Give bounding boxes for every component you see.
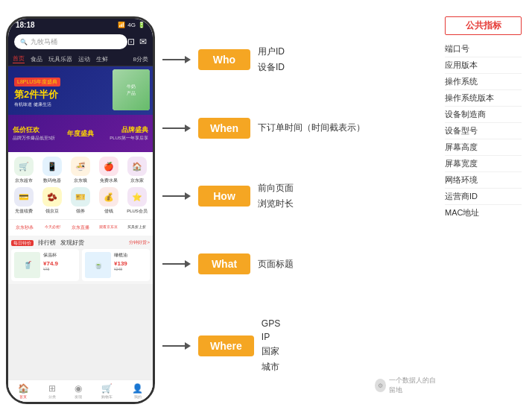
nav-sport[interactable]: 运动 (78, 55, 90, 63)
category-nav-label: 分类 (48, 394, 56, 399)
bottom-nav-category[interactable]: ⊞ 分类 (48, 383, 56, 399)
search-icon: 🔍 (20, 39, 28, 45)
who-desc-2: 设备ID (258, 61, 285, 74)
when-arrow-head (185, 125, 191, 132)
product-old-price-2: ¥248 (114, 267, 147, 271)
who-arrow-head (185, 56, 191, 63)
when-desc-1: 下订单时间（时间截表示） (258, 122, 365, 134)
icon-digital[interactable]: 📱 数码电器 (39, 157, 65, 184)
icon-recharge[interactable]: 💳 充值续费 (11, 187, 37, 215)
product-info-1: 保温杯 ¥74.9 ¥78 (43, 252, 76, 278)
sb-sub1: 品牌万件爆品低至5折 (13, 135, 56, 142)
home-icon: 🏠 (127, 157, 147, 176)
home-nav-label: 首页 (19, 394, 27, 399)
how-arrow-head (185, 192, 191, 200)
where-desc: GPS IP 国家 城市 (262, 318, 280, 374)
more-text[interactable]: 分钟好货> (129, 239, 150, 246)
section-live[interactable]: 京东直播 (67, 223, 94, 233)
nav-fresh[interactable]: 生鲜 (96, 55, 108, 63)
phone-screen: 18:18 📶 4G 🔋 🔍 九牧马桶 ⊡ ✉ (8, 19, 153, 402)
loan-label: 借钱 (104, 208, 113, 215)
where-arrow (162, 342, 191, 350)
cart-nav-icon: 🛒 (101, 383, 113, 394)
section-seckill[interactable]: 京东秒杀 (11, 223, 38, 233)
product-card-1[interactable]: 🥤 保温杯 ¥74.9 ¥78 (11, 249, 79, 281)
section-today[interactable]: 今天必抢! (39, 223, 66, 233)
where-desc-3: 国家 (262, 345, 280, 358)
panel-item-device-model: 设备型号 (445, 123, 522, 139)
recharge-label: 充值续费 (15, 208, 33, 215)
digital-label: 数码电器 (43, 177, 61, 184)
icon-coupon[interactable]: 🎫 领券 (68, 187, 93, 215)
where-arrow-head (185, 342, 191, 350)
how-desc-1: 前向页面 (258, 182, 294, 195)
supermarket-icon: 🛒 (14, 157, 34, 176)
icon-fruit[interactable]: 🍎 免费水果 (96, 157, 121, 184)
watermark-icon: ⚙ (375, 379, 386, 392)
nav-home[interactable]: 首页 (13, 54, 25, 63)
message-icon[interactable]: ✉ (139, 37, 147, 47)
panel-title: 公共指标 (445, 16, 522, 35)
sb-right: 品牌盛典 (105, 125, 148, 135)
sb-left: 低价狂欢 (13, 125, 56, 135)
how-tag: How (198, 186, 250, 207)
status-icons: 📶 4G 🔋 (118, 22, 145, 28)
product-card-2[interactable]: 🍵 橄榄油 ¥139 ¥248 (82, 249, 150, 281)
bottom-nav-mine[interactable]: 👤 我的 (132, 383, 143, 399)
recharge-icon: 💳 (14, 187, 34, 207)
panel-item-network: 网络环境 (445, 172, 522, 189)
what-arrow (162, 260, 191, 268)
where-row: Where GPS IP 国家 城市 (162, 318, 440, 374)
icon-grid: 🛒 京东超市 📱 数码电器 🍜 京东饿 🍎 免费水果 🏠 京东家 (8, 152, 153, 219)
product-header: 每日特价 排行榜 发现好货 分钟好货> (11, 239, 150, 247)
main-container: 18:18 📶 4G 🔋 🔍 九牧马桶 ⊡ ✉ (0, 0, 532, 419)
icon-home[interactable]: 🏠 京东家 (124, 157, 150, 184)
home-label: 京东家 (130, 177, 144, 184)
when-arrow (162, 125, 191, 132)
bottom-nav-cart[interactable]: 🛒 购物车 (101, 383, 113, 399)
nav-food[interactable]: 食品 (31, 55, 42, 63)
bottom-nav-discover[interactable]: ◉ 发现 (75, 383, 82, 399)
cart-nav-label: 购物车 (101, 394, 113, 399)
search-bar[interactable]: 🔍 九牧马桶 (14, 34, 127, 49)
how-arrow (162, 192, 191, 200)
what-row: What 页面标题 (162, 253, 440, 274)
how-desc: 前向页面 浏览时长 (258, 182, 294, 210)
scan-icon[interactable]: ⊡ (127, 37, 135, 47)
signal-icon: 📶 (118, 22, 125, 28)
when-row: When 下订单时间（时间截表示） (162, 118, 440, 139)
who-row: Who 用户ID 设备ID (162, 45, 440, 74)
phone-nav: 首页 食品 玩具乐器 运动 生鲜 8分类 (8, 52, 153, 66)
icon-food[interactable]: 🍜 京东饿 (68, 157, 93, 184)
icon-loan[interactable]: 💰 借钱 (96, 187, 121, 215)
panel-item-screen-height: 屏幕高度 (445, 139, 522, 156)
icon-supermarket[interactable]: 🛒 京东超市 (11, 157, 37, 184)
icon-bean[interactable]: 🫘 领京豆 (39, 187, 65, 215)
icon-plus[interactable]: ⭐ PLUS会员 (124, 187, 150, 215)
digital-icon: 📱 (42, 157, 62, 176)
nav-toys[interactable]: 玩具乐器 (48, 55, 72, 63)
where-tag: Where (198, 335, 254, 356)
how-desc-2: 浏览时长 (258, 198, 294, 210)
loan-icon: 💰 (99, 187, 118, 207)
product-image-1: 🥤 (14, 252, 40, 278)
fruit-icon: 🍎 (99, 157, 118, 176)
where-desc-2: IP (262, 332, 280, 342)
product-image-2: 🍵 (85, 252, 111, 278)
what-arrow-head (185, 260, 191, 268)
search-placeholder: 九牧马桶 (31, 37, 57, 47)
section-discount[interactable]: 买具折上折 (123, 223, 150, 233)
ranking-badge: 排行榜 (38, 239, 56, 246)
panel-item-manufacturer: 设备制造商 (445, 107, 522, 123)
what-desc-1: 页面标题 (258, 258, 294, 271)
category-nav-icon: ⊞ (48, 383, 56, 394)
section-bean[interactable]: 观看京东豆 (95, 223, 122, 233)
status-bar: 18:18 📶 4G 🔋 (8, 19, 153, 31)
discover-nav-label: 发现 (75, 394, 82, 399)
nav-more[interactable]: 8分类 (133, 55, 148, 63)
right-panel: 公共指标 端口号 应用版本 操作系统 操作系统版本 设备制造商 设备型号 屏幕高… (440, 9, 526, 410)
bottom-nav-home[interactable]: 🏠 首页 (18, 383, 29, 399)
panel-item-os: 操作系统 (445, 74, 522, 90)
product-price-1: ¥74.9 (43, 260, 76, 267)
product-info-2: 橄榄油 ¥139 ¥248 (114, 252, 147, 278)
